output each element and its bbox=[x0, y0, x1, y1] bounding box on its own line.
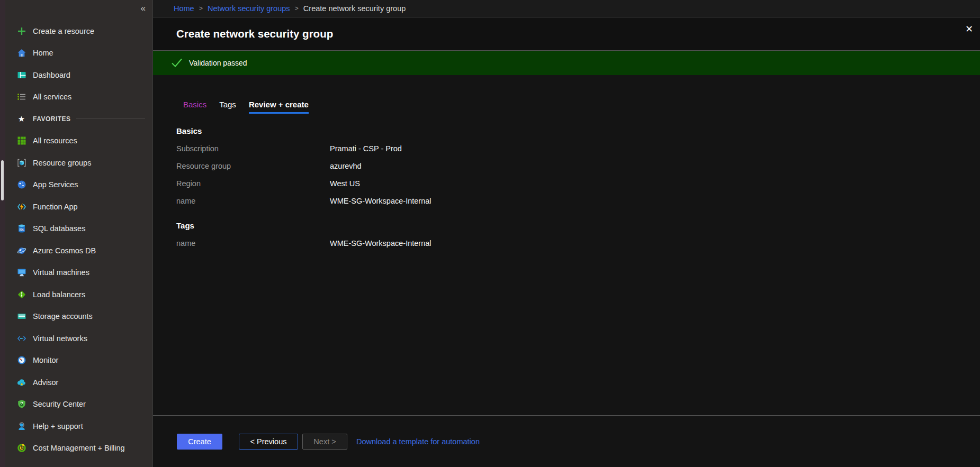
review-row-name: name WME-SG-Workspace-Internal bbox=[176, 192, 980, 209]
sidebar-item-azure-cosmos-db[interactable]: Azure Cosmos DB bbox=[5, 240, 152, 262]
gauge-icon bbox=[16, 355, 26, 365]
shield-lock-icon bbox=[16, 399, 26, 409]
sidebar-item-resource-groups[interactable]: Resource groups bbox=[5, 152, 152, 174]
next-button[interactable]: Next > bbox=[302, 434, 347, 450]
sidebar-item-label: Resource groups bbox=[33, 159, 91, 167]
collapse-sidebar-icon[interactable]: « bbox=[141, 3, 146, 14]
donut-dollar-icon: $ bbox=[16, 443, 26, 453]
review-row-region: Region West US bbox=[176, 175, 980, 192]
validation-message: Validation passed bbox=[189, 59, 247, 67]
row-label: Resource group bbox=[176, 162, 330, 170]
plus-icon bbox=[16, 26, 26, 36]
breadcrumb-home-link[interactable]: Home bbox=[174, 4, 194, 13]
sidebar-item-load-balancers[interactable]: Load balancers bbox=[5, 283, 152, 306]
sidebar-item-label: Help + support bbox=[33, 422, 83, 431]
diamond-icon bbox=[16, 289, 26, 299]
row-label: Region bbox=[176, 179, 330, 188]
sidebar-item-sql-databases[interactable]: SQL SQL databases bbox=[5, 218, 152, 240]
storage-box-icon bbox=[16, 312, 26, 322]
monitor-screen-icon bbox=[16, 268, 26, 278]
database-icon: SQL bbox=[16, 224, 26, 234]
sidebar-item-label: Home bbox=[33, 49, 53, 57]
row-value: WME-SG-Workspace-Internal bbox=[330, 197, 431, 205]
review-content: Basics Tags Review + create Basics Subsc… bbox=[153, 76, 980, 415]
sidebar-item-label: Virtual networks bbox=[33, 334, 87, 343]
sidebar-menu: Create a resource Home Dashboard All ser… bbox=[5, 20, 152, 459]
sidebar-item-label: Dashboard bbox=[33, 71, 70, 79]
cube-brackets-icon bbox=[16, 158, 26, 168]
sidebar-item-security-center[interactable]: Security Center bbox=[5, 393, 152, 416]
sidebar-item-all-services[interactable]: All services bbox=[5, 86, 152, 108]
sidebar-item-label: Security Center bbox=[33, 400, 86, 408]
sidebar-item-virtual-networks[interactable]: Virtual networks bbox=[5, 327, 152, 350]
azure-portal-window: « Create a resource Home Dashboard All s… bbox=[0, 0, 980, 467]
dashboard-icon bbox=[16, 70, 26, 80]
svg-text:SQL: SQL bbox=[19, 228, 24, 231]
sidebar-item-cost-management[interactable]: $ Cost Management + Billing bbox=[5, 437, 152, 460]
breadcrumb-network-security-groups-link[interactable]: Network security groups bbox=[208, 4, 290, 13]
list-icon bbox=[16, 92, 26, 102]
sidebar-item-create-a-resource[interactable]: Create a resource bbox=[5, 20, 152, 42]
sidebar-item-label: Cost Management + Billing bbox=[33, 444, 125, 452]
row-value: azurevhd bbox=[330, 162, 362, 170]
review-row-resource-group: Resource group azurevhd bbox=[176, 157, 980, 175]
left-rail bbox=[0, 0, 5, 467]
sidebar-item-label: Virtual machines bbox=[33, 268, 89, 277]
row-label: name bbox=[176, 239, 330, 248]
sidebar-item-storage-accounts[interactable]: Storage accounts bbox=[5, 306, 152, 328]
sidebar-item-label: Storage accounts bbox=[33, 312, 93, 321]
sidebar: « Create a resource Home Dashboard All s… bbox=[5, 0, 152, 467]
sidebar-item-label: Azure Cosmos DB bbox=[33, 246, 96, 255]
validation-banner: Validation passed bbox=[153, 50, 980, 75]
row-label: name bbox=[176, 197, 330, 205]
person-headset-icon bbox=[16, 421, 26, 431]
grid-icon bbox=[16, 136, 26, 146]
sidebar-item-monitor[interactable]: Monitor bbox=[5, 350, 152, 372]
close-icon[interactable]: ✕ bbox=[965, 24, 973, 34]
breadcrumb-separator: > bbox=[199, 5, 203, 12]
breadcrumb-current-page: Create network security group bbox=[303, 4, 406, 13]
lightning-icon bbox=[16, 202, 26, 212]
review-row-subscription: Subscription Pramati - CSP - Prod bbox=[176, 140, 980, 157]
sidebar-item-label: SQL databases bbox=[33, 224, 85, 233]
tab-tags[interactable]: Tags bbox=[219, 100, 236, 114]
sidebar-item-dashboard[interactable]: Dashboard bbox=[5, 64, 152, 86]
create-button[interactable]: Create bbox=[177, 434, 222, 450]
scrollbar-thumb[interactable] bbox=[1, 160, 4, 200]
svg-text:$: $ bbox=[21, 446, 23, 451]
tab-review-create[interactable]: Review + create bbox=[249, 100, 309, 114]
favorites-label: FAVORITES bbox=[33, 115, 71, 123]
footer-bar: Create < Previous Next > Download a temp… bbox=[153, 415, 980, 467]
sidebar-item-home[interactable]: Home bbox=[5, 42, 152, 65]
tab-bar: Basics Tags Review + create bbox=[153, 76, 980, 114]
home-icon bbox=[16, 48, 26, 58]
page-title: Create network security group bbox=[176, 28, 333, 40]
row-value: Pramati - CSP - Prod bbox=[330, 144, 402, 153]
basics-section-heading: Basics bbox=[176, 126, 980, 135]
sidebar-item-virtual-machines[interactable]: Virtual machines bbox=[5, 262, 152, 284]
sidebar-item-advisor[interactable]: Advisor bbox=[5, 371, 152, 393]
download-template-link[interactable]: Download a template for automation bbox=[356, 437, 480, 446]
review-row-tag-name: name WME-SG-Workspace-Internal bbox=[176, 234, 980, 252]
sidebar-favorites-header: ★ FAVORITES bbox=[5, 108, 152, 130]
tab-basics[interactable]: Basics bbox=[183, 100, 206, 114]
page-header: Create network security group ✕ bbox=[153, 17, 980, 50]
app-services-icon bbox=[16, 180, 26, 190]
sidebar-item-all-resources[interactable]: All resources bbox=[5, 130, 152, 152]
sidebar-item-label: Create a resource bbox=[33, 27, 94, 35]
favorites-divider bbox=[76, 118, 145, 119]
row-value: WME-SG-Workspace-Internal bbox=[330, 239, 431, 248]
sidebar-item-app-services[interactable]: App Services bbox=[5, 174, 152, 196]
main-panel: Home > Network security groups > Create … bbox=[152, 0, 980, 467]
row-label: Subscription bbox=[176, 144, 330, 153]
breadcrumb: Home > Network security groups > Create … bbox=[153, 0, 980, 17]
globe-ring-icon bbox=[16, 245, 26, 255]
sidebar-item-label: Load balancers bbox=[33, 290, 85, 299]
sidebar-item-help-support[interactable]: Help + support bbox=[5, 415, 152, 437]
previous-button[interactable]: < Previous bbox=[239, 434, 298, 450]
sidebar-item-label: All services bbox=[33, 93, 71, 101]
checkmark-icon bbox=[171, 58, 183, 68]
cloud-gear-icon bbox=[16, 377, 26, 387]
sidebar-item-function-app[interactable]: Function App bbox=[5, 196, 152, 218]
star-icon: ★ bbox=[16, 114, 26, 124]
